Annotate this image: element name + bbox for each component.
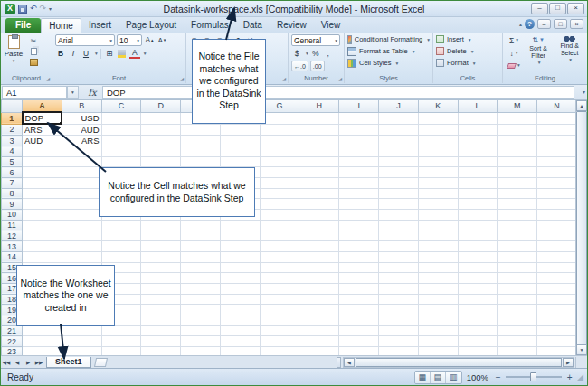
cell-E16[interactable] xyxy=(181,273,221,284)
cell-K5[interactable] xyxy=(418,156,458,167)
close-button[interactable]: × xyxy=(567,3,584,14)
cell-I3[interactable] xyxy=(339,136,379,146)
cell-H11[interactable] xyxy=(299,220,339,231)
vertical-scrollbar[interactable]: ▲ ▼ xyxy=(575,100,587,355)
cell-I7[interactable] xyxy=(339,178,379,189)
cell-E21[interactable] xyxy=(181,325,221,336)
cell-C22[interactable] xyxy=(101,336,141,347)
cell-D21[interactable] xyxy=(141,325,181,336)
cell-I14[interactable] xyxy=(339,251,379,262)
cell-C14[interactable] xyxy=(101,251,141,262)
cell-G5[interactable] xyxy=(260,156,299,167)
increase-decimal-button[interactable]: ←.0 xyxy=(291,61,308,71)
font-dialog-launcher[interactable]: ◢ xyxy=(180,76,184,81)
cell-B12[interactable] xyxy=(62,231,101,241)
cell-E17[interactable] xyxy=(181,283,221,294)
cell-I2[interactable] xyxy=(339,124,379,136)
shrink-font-button[interactable]: A▾ xyxy=(156,35,167,46)
cell-G11[interactable] xyxy=(260,220,299,231)
cell-G12[interactable] xyxy=(260,231,299,241)
insert-worksheet-button[interactable] xyxy=(93,358,107,367)
cell-L20[interactable] xyxy=(458,315,498,326)
cell-K14[interactable] xyxy=(418,251,458,262)
cell-N22[interactable] xyxy=(537,336,577,347)
cell-N3[interactable] xyxy=(537,136,577,146)
cell-A13[interactable] xyxy=(23,241,62,252)
cell-K17[interactable] xyxy=(418,283,458,294)
zoom-level[interactable]: 100% xyxy=(465,372,490,382)
cell-M3[interactable] xyxy=(498,136,537,146)
cell-C1[interactable] xyxy=(101,112,141,124)
zoom-slider[interactable] xyxy=(506,371,562,383)
cell-I9[interactable] xyxy=(339,199,379,210)
cell-K4[interactable] xyxy=(418,146,458,157)
cell-C3[interactable] xyxy=(101,136,141,146)
cell-M16[interactable] xyxy=(498,273,537,284)
scroll-right-button[interactable]: ▶ xyxy=(563,358,574,367)
cell-G21[interactable] xyxy=(260,325,299,336)
cell-F14[interactable] xyxy=(220,251,260,262)
cell-G10[interactable] xyxy=(260,210,299,221)
cell-C13[interactable] xyxy=(101,241,141,252)
cell-K16[interactable] xyxy=(418,273,458,284)
format-as-table-button[interactable]: Format as Table ▾ xyxy=(345,45,432,57)
cell-H23[interactable] xyxy=(299,347,339,355)
caret-down-icon[interactable]: ▾ xyxy=(144,51,147,56)
cell-C23[interactable] xyxy=(101,347,141,355)
cell-J2[interactable] xyxy=(379,124,419,136)
cell-M7[interactable] xyxy=(498,178,537,189)
paste-button[interactable]: Paste ▾ xyxy=(1,33,26,67)
formula-input[interactable]: DOP xyxy=(102,86,574,99)
cell-L4[interactable] xyxy=(458,146,498,157)
cell-L5[interactable] xyxy=(458,156,498,167)
column-header-B[interactable]: B xyxy=(62,100,101,112)
undo-button[interactable]: ↶ xyxy=(30,5,37,13)
caret-down-icon[interactable]: ▾ xyxy=(306,51,308,56)
name-box[interactable]: A1 xyxy=(2,86,67,99)
cell-M21[interactable] xyxy=(498,325,537,336)
cell-B1[interactable]: USD xyxy=(62,112,101,124)
cell-B7[interactable] xyxy=(62,178,101,189)
row-header-14[interactable]: 14 xyxy=(2,251,23,262)
cell-I21[interactable] xyxy=(339,325,379,336)
column-header-C[interactable]: C xyxy=(101,100,141,112)
insert-cells-button[interactable]: Insert ▾ xyxy=(433,33,502,45)
cell-K11[interactable] xyxy=(418,220,458,231)
cell-H1[interactable] xyxy=(299,112,339,124)
format-cells-button[interactable]: Format ▾ xyxy=(433,57,502,69)
cell-D15[interactable] xyxy=(141,262,181,273)
cell-I16[interactable] xyxy=(339,273,379,284)
cell-J10[interactable] xyxy=(379,210,419,221)
cell-L2[interactable] xyxy=(458,124,498,136)
cell-G13[interactable] xyxy=(260,241,299,252)
cell-D11[interactable] xyxy=(141,220,181,231)
cell-H10[interactable] xyxy=(299,210,339,221)
cell-K1[interactable] xyxy=(418,112,458,124)
fill-button[interactable]: ↓▾ xyxy=(505,48,523,59)
cell-M18[interactable] xyxy=(498,294,537,305)
cell-H3[interactable] xyxy=(299,136,339,146)
cell-F20[interactable] xyxy=(220,315,260,326)
cell-M1[interactable] xyxy=(498,112,537,124)
cell-C5[interactable] xyxy=(101,156,141,167)
cell-A3[interactable]: AUD xyxy=(23,136,62,146)
cell-K18[interactable] xyxy=(418,294,458,305)
cell-E5[interactable] xyxy=(181,156,221,167)
cell-G19[interactable] xyxy=(260,305,299,315)
tab-formulas[interactable]: Formulas xyxy=(184,18,236,33)
cell-J16[interactable] xyxy=(379,273,419,284)
tab-insert[interactable]: Insert xyxy=(81,18,119,33)
cell-B13[interactable] xyxy=(62,241,101,252)
cell-B8[interactable] xyxy=(62,188,101,199)
cell-D1[interactable] xyxy=(141,112,181,124)
cell-A7[interactable] xyxy=(23,178,62,189)
cell-E13[interactable] xyxy=(181,241,221,252)
cell-L23[interactable] xyxy=(458,347,498,355)
row-header-1[interactable]: 1 xyxy=(2,112,23,124)
cell-I18[interactable] xyxy=(339,294,379,305)
cell-N20[interactable] xyxy=(537,315,577,326)
conditional-formatting-button[interactable]: Conditional Formatting ▾ xyxy=(345,33,432,45)
cell-E14[interactable] xyxy=(181,251,221,262)
cell-M22[interactable] xyxy=(498,336,537,347)
workbook-close-button[interactable]: × xyxy=(570,19,583,29)
